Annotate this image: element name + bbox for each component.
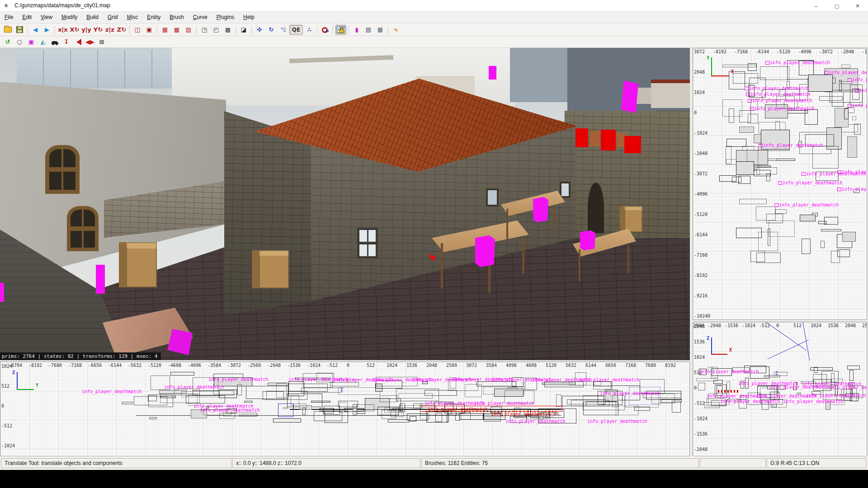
entity-box — [750, 107, 754, 111]
ruler-tick-h: -4096 — [188, 363, 201, 368]
axis-up-label: Z — [707, 336, 709, 341]
refresh-models-button[interactable]: ↺ — [2, 37, 13, 47]
rotate-tool-button[interactable]: ↻ — [266, 25, 277, 35]
menu-plugins[interactable]: Plugins — [212, 12, 239, 20]
entity-label-extra: Z — [775, 371, 778, 376]
flip-x-button[interactable]: x|x — [57, 25, 68, 35]
translate-tool-button[interactable]: ✜ — [254, 25, 265, 35]
sound-entity-icon[interactable] — [73, 37, 84, 47]
side-yz-view[interactable]: -8704-8192-7680-7168-6656-6144-5632-5120… — [0, 361, 690, 456]
wood-crate-right — [620, 206, 642, 232]
rotate-y-button[interactable]: Y↻ — [93, 25, 104, 35]
brush-outline — [847, 366, 860, 370]
qe-mode-button[interactable]: QE — [289, 25, 303, 35]
wood-crate-left — [119, 242, 157, 287]
menu-view[interactable]: View — [36, 12, 57, 20]
sound-range-button[interactable]: ◀▶ — [85, 37, 95, 47]
terrain-mesh-button[interactable]: ◭ — [38, 37, 48, 47]
camera-3d-viewport[interactable]: prims: 2764 | states: 82 | transforms: 1… — [0, 48, 690, 360]
select-inside-button[interactable]: ▨ — [183, 25, 194, 35]
view-wireframe-button[interactable]: ◳ — [199, 25, 210, 35]
nav-forward-button[interactable]: ▶ — [42, 25, 52, 35]
entity-box — [848, 104, 852, 108]
patch-curve-button[interactable]: ∿ — [391, 25, 401, 35]
save-file-icon[interactable] — [14, 25, 25, 35]
flip-z-button[interactable]: z|z — [104, 25, 115, 35]
minimize-button[interactable]: – — [806, 0, 826, 12]
scale-tool-button[interactable]: ◹ — [278, 25, 288, 35]
brush-outline — [413, 404, 422, 408]
brush-outline — [302, 408, 306, 415]
ruler-tick-h: 4608 — [526, 363, 537, 368]
brush-outline — [403, 408, 412, 410]
patch-curve-icon: ∿ — [394, 26, 399, 33]
rotate-z-button[interactable]: Z↻ — [116, 25, 127, 35]
ruler-tick-h: -7168 — [734, 49, 748, 54]
menu-help[interactable]: Help — [239, 12, 259, 20]
top-xy-view[interactable]: -8192-7168-6144-5120-4096-3072-2048-1024… — [693, 48, 867, 320]
clip-brush-button[interactable]: ⊠ — [96, 37, 107, 47]
menu-modify[interactable]: Modify — [57, 12, 82, 20]
maximize-button[interactable]: ▢ — [826, 0, 847, 12]
flip-y-button[interactable]: y|y — [81, 25, 92, 35]
ruler-tick-h: 2560 — [446, 363, 457, 368]
entity-label: info_player_deathmatch — [763, 143, 823, 148]
menu-edit[interactable]: Edit — [18, 12, 36, 20]
spawn-entity-box — [621, 80, 638, 113]
entity-label: info_player_deathmatch — [208, 377, 268, 382]
close-button[interactable]: ✕ — [847, 0, 868, 12]
ellipse-brush-button[interactable]: ○ — [14, 37, 25, 47]
spawn-entity-box — [96, 265, 105, 294]
menu-misc[interactable]: Misc — [123, 12, 143, 20]
select-partial-icon: ▩ — [174, 26, 179, 33]
brush-outline — [380, 395, 397, 402]
rotate-x-button[interactable]: X↻ — [69, 25, 80, 35]
toolbar-separator — [157, 26, 157, 34]
brush-outline — [446, 414, 449, 422]
brush-outline — [854, 124, 861, 135]
toolbar-separator — [349, 26, 349, 34]
menu-brush[interactable]: Brush — [165, 12, 188, 20]
nav-forward-icon: ▶ — [45, 26, 49, 33]
select-partial-button[interactable]: ▩ — [171, 25, 182, 35]
axis-up-label: Y — [707, 56, 709, 61]
title-bar: ✳ C:/gunzmaps/data/maps/de_city01.map – … — [0, 0, 868, 12]
texture-lock-icon[interactable] — [335, 25, 346, 35]
menu-entity[interactable]: Entity — [142, 12, 165, 20]
brush-outline — [320, 408, 334, 411]
menu-file[interactable]: File — [0, 12, 18, 20]
entity-box — [837, 188, 841, 191]
decal-tool-button[interactable]: ▣ — [26, 37, 37, 47]
entity-box — [855, 89, 859, 93]
view-flat-button[interactable]: ◰ — [211, 25, 222, 35]
layout-window-button[interactable]: ▦ — [375, 25, 386, 35]
entity-box — [802, 172, 806, 176]
vehicle-model-icon[interactable] — [49, 37, 60, 47]
entity-door-frame-button[interactable]: ▣ — [144, 25, 155, 35]
ruler-tick-h: -512 — [759, 323, 770, 328]
ruler-tick-h: -7168 — [68, 363, 82, 368]
far-house — [651, 80, 690, 108]
select-touching-button[interactable]: ▦ — [160, 25, 170, 35]
front-xz-view[interactable]: -2560-2048-1536-1024-5120512102415362048… — [693, 322, 867, 456]
menu-grid[interactable]: Grid — [103, 12, 123, 20]
texture-browser-button[interactable]: ◪ — [238, 25, 249, 35]
model-browser-button[interactable]: ▮ — [351, 25, 362, 35]
entity-door-button[interactable]: ◫ — [132, 25, 143, 35]
drop-to-floor-button[interactable]: ↧ — [61, 37, 72, 47]
entity-key-icon[interactable] — [320, 25, 330, 35]
console-window-button[interactable]: ▤ — [363, 25, 374, 35]
open-file-icon[interactable] — [2, 25, 13, 35]
menu-build[interactable]: Build — [82, 12, 103, 20]
entity-label-extra: info_player_deathmatch_0 — [491, 412, 557, 417]
vertex-mode-button[interactable]: ∴ — [304, 25, 315, 35]
entity-label: info_player_deathmatch — [580, 377, 639, 382]
brush-outline — [844, 108, 849, 119]
entity-label: info_player_deathmatch — [829, 385, 867, 390]
table-leg — [554, 206, 556, 234]
menu-curve[interactable]: Curve — [189, 12, 212, 20]
nav-back-button[interactable]: ◀ — [30, 25, 41, 35]
ruler-tick-v: -1024 — [694, 131, 708, 136]
view-textured-button[interactable]: ▩ — [222, 25, 233, 35]
toolbar-separator — [27, 26, 28, 34]
